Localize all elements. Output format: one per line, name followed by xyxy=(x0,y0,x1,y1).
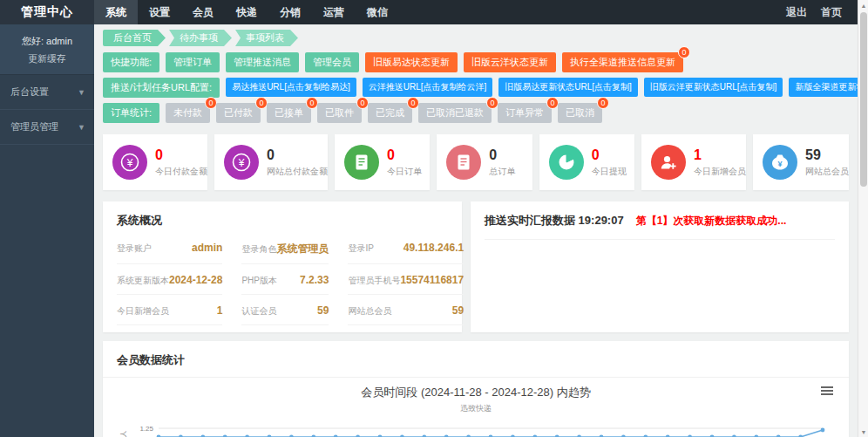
stat-cards-row: ¥ 0今日付款金额 ¥ 0网站总付款金额 0今日订单 0总订单 xyxy=(103,134,849,190)
chart-menu-icon[interactable] xyxy=(821,386,833,397)
system-overview-panel: 系统概况 登录账户admin 登录角色系统管理员 登录IP49.118.246.… xyxy=(103,201,462,332)
line-chart: 1.25-0.25单位:人11/2811/2911/3012/0112/0212… xyxy=(117,421,835,437)
nav-item-operations[interactable]: 运营 xyxy=(312,0,356,24)
nav-item-express[interactable]: 快递 xyxy=(225,0,268,24)
breadcrumb: 后台首页 待办事项 事项列表 xyxy=(103,30,849,46)
system-overview-title: 系统概况 xyxy=(117,213,448,229)
svg-text:单位:人: 单位:人 xyxy=(119,430,127,437)
unpaid-button[interactable]: 未付款 0 xyxy=(166,103,210,123)
paid-button[interactable]: 已付款 0 xyxy=(216,103,261,123)
yunyang-push-url-button[interactable]: 云洋推送URL[点击复制给云洋] xyxy=(363,78,493,97)
count-badge: 0 xyxy=(678,46,690,58)
document-icon xyxy=(446,145,481,180)
sidebar: 您好: admin 更新缓存 后台设置 ▼ 管理员管理 ▼ xyxy=(0,24,94,437)
document-icon xyxy=(344,145,379,180)
order-error-button[interactable]: 订单异常 0 xyxy=(498,103,552,123)
count-badge: 0 xyxy=(597,97,609,109)
count-badge: 0 xyxy=(486,97,498,109)
order-stats-row: 订单统计: 未付款 0 已付款 0 已接单 0 已取件 0 已完成 0 已取消已… xyxy=(103,103,849,123)
nav-item-wechat[interactable]: 微信 xyxy=(356,0,399,24)
count-badge: 0 xyxy=(546,97,559,109)
chevron-down-icon: ▼ xyxy=(78,88,85,97)
pie-icon xyxy=(549,145,584,180)
count-badge: 0 xyxy=(306,97,318,109)
manage-members-button[interactable]: 管理会员 xyxy=(305,52,359,72)
completed-button[interactable]: 已完成 0 xyxy=(368,103,412,123)
card-today-withdrawal: 0今日提现 xyxy=(539,134,634,190)
member-stats-title: 会员数据统计 xyxy=(117,352,835,368)
yen-icon: ¥ xyxy=(224,145,259,180)
accepted-button[interactable]: 已接单 0 xyxy=(267,103,311,123)
scroll-down-arrow[interactable]: ▼ xyxy=(858,427,868,437)
svg-text:1.25: 1.25 xyxy=(139,425,153,433)
total-members-value: 59 xyxy=(452,304,464,317)
main-nav: 系统 设置 会员 快递 分销 运营 微信 xyxy=(94,0,399,24)
count-badge: 0 xyxy=(205,97,217,109)
card-total-payment: ¥ 0网站总付款金额 xyxy=(214,134,328,190)
old-yunyang-status-url-button[interactable]: 旧版云洋更新状态URL[点击复制] xyxy=(644,78,783,97)
push-report-panel: 推送实时汇报数据 19:29:07 第【1】次获取新数据获取成功... xyxy=(471,201,849,332)
svg-text:¥: ¥ xyxy=(126,157,133,169)
card-today-orders: 0今日订单 xyxy=(335,134,430,190)
nav-item-members[interactable]: 会员 xyxy=(181,0,225,24)
quick-actions-row: 快捷功能: 管理订单 管理推送消息 管理会员 旧版易达状态更新 旧版云洋状态更新… xyxy=(103,52,849,72)
refresh-cache-link[interactable]: 更新缓存 xyxy=(3,52,91,65)
yunyang-status-update-button[interactable]: 旧版云洋状态更新 xyxy=(464,52,556,72)
svg-text:¥: ¥ xyxy=(238,157,245,169)
home-link[interactable]: 首页 xyxy=(821,5,842,20)
member-stats-panel: 会员数据统计 会员时间段 (2024-11-28 - 2024-12-28) 内… xyxy=(103,341,849,437)
count-badge: 0 xyxy=(255,97,268,109)
system-overview-grid: 登录账户admin 登录角色系统管理员 登录IP49.118.246.1 系统更… xyxy=(117,232,448,325)
count-badge: 0 xyxy=(407,97,419,109)
verified-members-value: 59 xyxy=(317,304,329,317)
url-config-label: 推送/计划任务URL配置: xyxy=(103,78,220,98)
breadcrumb-list[interactable]: 事项列表 xyxy=(235,30,298,46)
card-today-payment: ¥ 0今日付款金额 xyxy=(103,134,207,190)
breadcrumb-todos[interactable]: 待办事项 xyxy=(169,30,232,46)
sidebar-item-backend-settings[interactable]: 后台设置 ▼ xyxy=(0,75,94,110)
new-channel-status-url-button[interactable]: 新版全渠道更新状态URL[点击复制] xyxy=(789,78,868,97)
yida-status-update-button[interactable]: 旧版易达状态更新 xyxy=(365,52,458,72)
manage-push-button[interactable]: 管理推送消息 xyxy=(226,52,299,72)
system-version-value: 2024-12-28 xyxy=(169,274,222,286)
cancelled-refunded-button[interactable]: 已取消已退款 0 xyxy=(418,103,492,123)
yida-push-url-button[interactable]: 易达推送URL[点击复制给易达] xyxy=(226,78,356,97)
logout-link[interactable]: 退出 xyxy=(786,5,807,20)
user-greeting: 您好: admin xyxy=(3,35,91,48)
login-ip-value: 49.118.246.1 xyxy=(403,242,464,254)
app-logo: 管理中心 xyxy=(0,0,94,24)
main-content: 后台首页 待办事项 事项列表 快捷功能: 管理订单 管理推送消息 管理会员 旧版… xyxy=(94,24,858,437)
yen-icon: ¥ xyxy=(112,145,147,180)
card-today-new-members: 1今日新增会员 xyxy=(641,134,746,190)
moneybag-icon: ¥ xyxy=(763,145,797,180)
top-header: 管理中心 系统 设置 会员 快递 分销 运营 微信 退出 首页 xyxy=(0,0,868,24)
picked-up-button[interactable]: 已取件 0 xyxy=(317,103,362,123)
quick-actions-label: 快捷功能: xyxy=(103,52,159,72)
push-report-title: 推送实时汇报数据 19:29:07 xyxy=(485,213,624,229)
vertical-scrollbar[interactable]: ▲ ▼ xyxy=(858,0,868,437)
chart-title: 会员时间段 (2024-11-28 - 2024-12-28) 内趋势 xyxy=(117,385,835,400)
card-total-members: ¥ 59网站总会员 xyxy=(753,134,849,190)
scroll-up-arrow[interactable]: ▲ xyxy=(858,0,868,10)
sidebar-item-admin-management[interactable]: 管理员管理 ▼ xyxy=(0,110,94,145)
chevron-down-icon: ▼ xyxy=(78,123,85,132)
chart-subtitle: 迅致快递 xyxy=(117,403,835,414)
user-box: 您好: admin 更新缓存 xyxy=(0,24,94,75)
scrollbar-thumb[interactable] xyxy=(860,12,867,187)
user-add-icon xyxy=(651,145,686,180)
nav-item-system[interactable]: 系统 xyxy=(94,0,138,24)
login-account-value: admin xyxy=(192,242,222,254)
count-badge: 0 xyxy=(356,97,369,109)
admin-phone-value: 15574116817 xyxy=(400,274,464,286)
old-yida-status-url-button[interactable]: 旧版易达更新状态URL[点击复制] xyxy=(498,78,638,97)
card-total-orders: 0总订单 xyxy=(437,134,532,190)
today-new-members-value: 1 xyxy=(217,304,223,317)
order-stats-label: 订单统计: xyxy=(103,103,159,123)
cancelled-button[interactable]: 已取消 0 xyxy=(558,103,602,123)
breadcrumb-home[interactable]: 后台首页 xyxy=(103,30,166,46)
manage-orders-button[interactable]: 管理订单 xyxy=(166,52,220,72)
nav-item-distribution[interactable]: 分销 xyxy=(268,0,312,24)
push-report-message: 第【1】次获取新数据获取成功... xyxy=(636,214,787,229)
nav-item-settings[interactable]: 设置 xyxy=(138,0,181,24)
full-channel-push-update-button[interactable]: 执行全渠道推送信息更新 0 xyxy=(562,52,683,72)
